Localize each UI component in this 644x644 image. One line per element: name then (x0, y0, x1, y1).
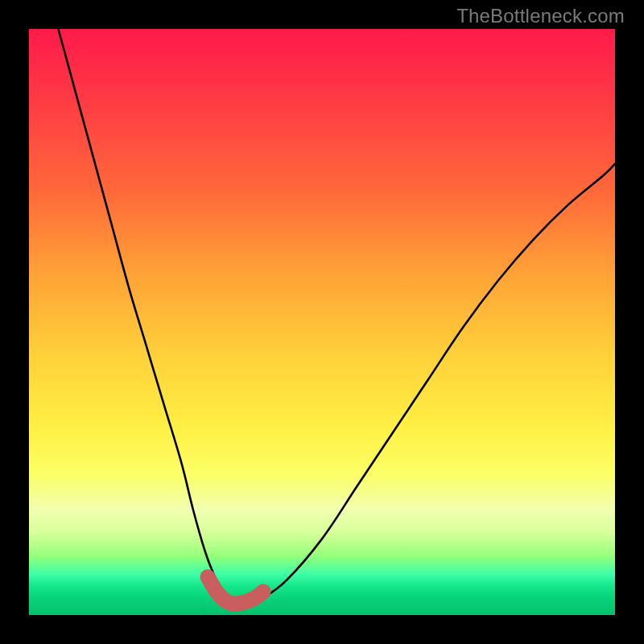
chart-frame: TheBottleneck.com (0, 0, 644, 644)
watermark-text: TheBottleneck.com (456, 5, 625, 27)
chart-svg (29, 29, 615, 615)
highlighted-dot (201, 570, 215, 584)
plot-area (29, 29, 615, 615)
bottleneck-curve (58, 29, 615, 603)
highlighted-band (208, 577, 263, 604)
